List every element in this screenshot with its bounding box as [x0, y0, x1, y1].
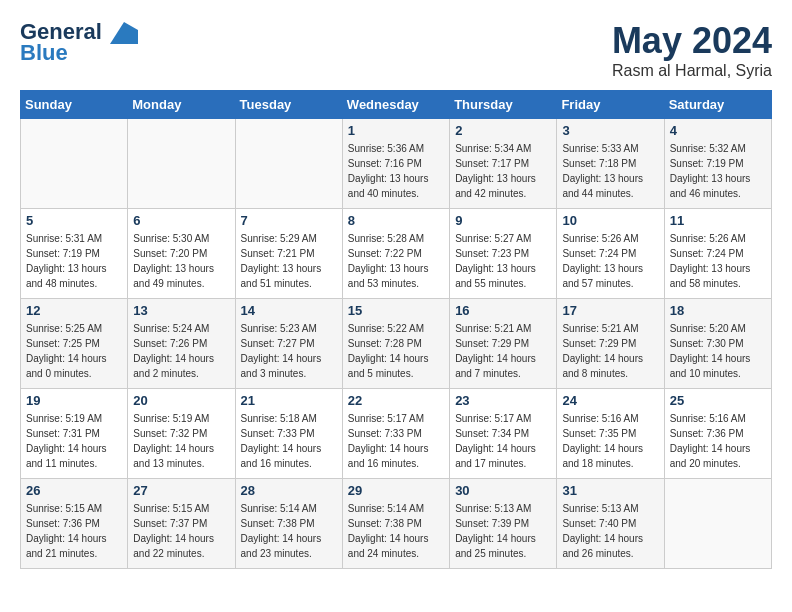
day-number: 4 — [670, 123, 766, 138]
day-info: Sunrise: 5:20 AMSunset: 7:30 PMDaylight:… — [670, 321, 766, 381]
day-info: Sunrise: 5:32 AMSunset: 7:19 PMDaylight:… — [670, 141, 766, 201]
day-info: Sunrise: 5:15 AMSunset: 7:36 PMDaylight:… — [26, 501, 122, 561]
location-title: Rasm al Harmal, Syria — [612, 62, 772, 80]
calendar-day-cell: 31Sunrise: 5:13 AMSunset: 7:40 PMDayligh… — [557, 479, 664, 569]
weekday-header: Friday — [557, 91, 664, 119]
day-number: 20 — [133, 393, 229, 408]
day-number: 28 — [241, 483, 337, 498]
day-number: 13 — [133, 303, 229, 318]
day-number: 8 — [348, 213, 444, 228]
calendar-day-cell: 22Sunrise: 5:17 AMSunset: 7:33 PMDayligh… — [342, 389, 449, 479]
day-number: 31 — [562, 483, 658, 498]
day-info: Sunrise: 5:19 AMSunset: 7:31 PMDaylight:… — [26, 411, 122, 471]
day-info: Sunrise: 5:26 AMSunset: 7:24 PMDaylight:… — [670, 231, 766, 291]
calendar-day-cell: 28Sunrise: 5:14 AMSunset: 7:38 PMDayligh… — [235, 479, 342, 569]
calendar-day-cell: 16Sunrise: 5:21 AMSunset: 7:29 PMDayligh… — [450, 299, 557, 389]
weekday-header: Thursday — [450, 91, 557, 119]
calendar-week-row: 1Sunrise: 5:36 AMSunset: 7:16 PMDaylight… — [21, 119, 772, 209]
day-number: 2 — [455, 123, 551, 138]
weekday-header: Tuesday — [235, 91, 342, 119]
day-number: 25 — [670, 393, 766, 408]
calendar-day-cell — [128, 119, 235, 209]
day-number: 17 — [562, 303, 658, 318]
calendar-day-cell: 24Sunrise: 5:16 AMSunset: 7:35 PMDayligh… — [557, 389, 664, 479]
day-info: Sunrise: 5:21 AMSunset: 7:29 PMDaylight:… — [455, 321, 551, 381]
day-info: Sunrise: 5:13 AMSunset: 7:39 PMDaylight:… — [455, 501, 551, 561]
day-info: Sunrise: 5:21 AMSunset: 7:29 PMDaylight:… — [562, 321, 658, 381]
calendar-day-cell: 1Sunrise: 5:36 AMSunset: 7:16 PMDaylight… — [342, 119, 449, 209]
day-info: Sunrise: 5:25 AMSunset: 7:25 PMDaylight:… — [26, 321, 122, 381]
svg-marker-0 — [110, 22, 138, 44]
day-info: Sunrise: 5:33 AMSunset: 7:18 PMDaylight:… — [562, 141, 658, 201]
calendar-week-row: 26Sunrise: 5:15 AMSunset: 7:36 PMDayligh… — [21, 479, 772, 569]
day-info: Sunrise: 5:29 AMSunset: 7:21 PMDaylight:… — [241, 231, 337, 291]
calendar-day-cell: 3Sunrise: 5:33 AMSunset: 7:18 PMDaylight… — [557, 119, 664, 209]
day-number: 1 — [348, 123, 444, 138]
weekday-header: Wednesday — [342, 91, 449, 119]
day-info: Sunrise: 5:36 AMSunset: 7:16 PMDaylight:… — [348, 141, 444, 201]
day-number: 18 — [670, 303, 766, 318]
day-number: 16 — [455, 303, 551, 318]
calendar-day-cell: 11Sunrise: 5:26 AMSunset: 7:24 PMDayligh… — [664, 209, 771, 299]
month-title: May 2024 — [612, 20, 772, 62]
day-info: Sunrise: 5:28 AMSunset: 7:22 PMDaylight:… — [348, 231, 444, 291]
day-info: Sunrise: 5:16 AMSunset: 7:35 PMDaylight:… — [562, 411, 658, 471]
calendar-day-cell: 10Sunrise: 5:26 AMSunset: 7:24 PMDayligh… — [557, 209, 664, 299]
calendar-day-cell: 8Sunrise: 5:28 AMSunset: 7:22 PMDaylight… — [342, 209, 449, 299]
day-number: 29 — [348, 483, 444, 498]
calendar-day-cell: 26Sunrise: 5:15 AMSunset: 7:36 PMDayligh… — [21, 479, 128, 569]
calendar-day-cell: 2Sunrise: 5:34 AMSunset: 7:17 PMDaylight… — [450, 119, 557, 209]
calendar-week-row: 19Sunrise: 5:19 AMSunset: 7:31 PMDayligh… — [21, 389, 772, 479]
calendar-header-row: SundayMondayTuesdayWednesdayThursdayFrid… — [21, 91, 772, 119]
calendar-day-cell: 14Sunrise: 5:23 AMSunset: 7:27 PMDayligh… — [235, 299, 342, 389]
day-info: Sunrise: 5:19 AMSunset: 7:32 PMDaylight:… — [133, 411, 229, 471]
calendar-day-cell: 20Sunrise: 5:19 AMSunset: 7:32 PMDayligh… — [128, 389, 235, 479]
weekday-header: Sunday — [21, 91, 128, 119]
calendar-day-cell: 25Sunrise: 5:16 AMSunset: 7:36 PMDayligh… — [664, 389, 771, 479]
calendar-day-cell: 12Sunrise: 5:25 AMSunset: 7:25 PMDayligh… — [21, 299, 128, 389]
title-block: May 2024 Rasm al Harmal, Syria — [612, 20, 772, 80]
calendar-day-cell: 21Sunrise: 5:18 AMSunset: 7:33 PMDayligh… — [235, 389, 342, 479]
day-info: Sunrise: 5:27 AMSunset: 7:23 PMDaylight:… — [455, 231, 551, 291]
logo: General Blue — [20, 20, 138, 66]
calendar-day-cell: 7Sunrise: 5:29 AMSunset: 7:21 PMDaylight… — [235, 209, 342, 299]
day-info: Sunrise: 5:17 AMSunset: 7:33 PMDaylight:… — [348, 411, 444, 471]
day-number: 14 — [241, 303, 337, 318]
calendar-day-cell: 27Sunrise: 5:15 AMSunset: 7:37 PMDayligh… — [128, 479, 235, 569]
day-number: 21 — [241, 393, 337, 408]
day-number: 19 — [26, 393, 122, 408]
calendar-day-cell: 17Sunrise: 5:21 AMSunset: 7:29 PMDayligh… — [557, 299, 664, 389]
calendar-day-cell: 19Sunrise: 5:19 AMSunset: 7:31 PMDayligh… — [21, 389, 128, 479]
day-info: Sunrise: 5:34 AMSunset: 7:17 PMDaylight:… — [455, 141, 551, 201]
calendar-table: SundayMondayTuesdayWednesdayThursdayFrid… — [20, 90, 772, 569]
day-number: 3 — [562, 123, 658, 138]
day-number: 9 — [455, 213, 551, 228]
calendar-day-cell — [664, 479, 771, 569]
day-info: Sunrise: 5:14 AMSunset: 7:38 PMDaylight:… — [348, 501, 444, 561]
day-number: 24 — [562, 393, 658, 408]
calendar-day-cell: 13Sunrise: 5:24 AMSunset: 7:26 PMDayligh… — [128, 299, 235, 389]
day-info: Sunrise: 5:31 AMSunset: 7:19 PMDaylight:… — [26, 231, 122, 291]
day-info: Sunrise: 5:24 AMSunset: 7:26 PMDaylight:… — [133, 321, 229, 381]
weekday-header: Saturday — [664, 91, 771, 119]
day-number: 12 — [26, 303, 122, 318]
day-number: 5 — [26, 213, 122, 228]
day-number: 7 — [241, 213, 337, 228]
day-info: Sunrise: 5:14 AMSunset: 7:38 PMDaylight:… — [241, 501, 337, 561]
day-number: 11 — [670, 213, 766, 228]
day-number: 23 — [455, 393, 551, 408]
day-number: 15 — [348, 303, 444, 318]
calendar-day-cell — [21, 119, 128, 209]
day-info: Sunrise: 5:17 AMSunset: 7:34 PMDaylight:… — [455, 411, 551, 471]
calendar-week-row: 5Sunrise: 5:31 AMSunset: 7:19 PMDaylight… — [21, 209, 772, 299]
page-header: General Blue May 2024 Rasm al Harmal, Sy… — [20, 20, 772, 80]
calendar-day-cell: 6Sunrise: 5:30 AMSunset: 7:20 PMDaylight… — [128, 209, 235, 299]
calendar-day-cell — [235, 119, 342, 209]
logo-icon — [110, 22, 138, 44]
calendar-day-cell: 18Sunrise: 5:20 AMSunset: 7:30 PMDayligh… — [664, 299, 771, 389]
day-info: Sunrise: 5:18 AMSunset: 7:33 PMDaylight:… — [241, 411, 337, 471]
day-number: 6 — [133, 213, 229, 228]
calendar-day-cell: 23Sunrise: 5:17 AMSunset: 7:34 PMDayligh… — [450, 389, 557, 479]
day-info: Sunrise: 5:26 AMSunset: 7:24 PMDaylight:… — [562, 231, 658, 291]
day-number: 22 — [348, 393, 444, 408]
